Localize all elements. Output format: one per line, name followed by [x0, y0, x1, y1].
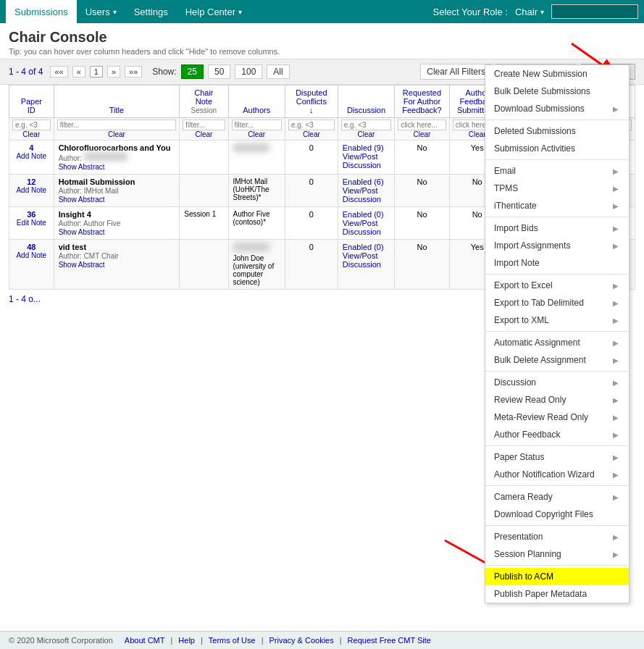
menu-camera-ready[interactable]: Camera Ready ▶	[485, 488, 629, 506]
menu-download-copyright[interactable]: Download Copyright Files	[485, 506, 629, 523]
filter-clear-authors[interactable]: Clear	[232, 130, 282, 138]
menu-paper-status[interactable]: Paper Status ▶	[485, 448, 629, 466]
filter-input-disputed[interactable]	[288, 120, 335, 130]
show-100[interactable]: 100	[235, 64, 262, 79]
filter-input-discussion[interactable]	[341, 120, 391, 130]
row3-edit-note[interactable]: Edit Note	[14, 219, 49, 227]
footer-privacy-cookies[interactable]: Privacy & Cookies	[269, 636, 333, 645]
pager-first[interactable]: ««	[50, 66, 67, 78]
filter-clear-requested[interactable]: Clear	[398, 130, 446, 138]
nav-chair[interactable]: Chair ▾	[511, 0, 548, 23]
row1-paper-id[interactable]: 4	[29, 143, 33, 152]
menu-export-tab[interactable]: Export to Tab Delimited ▶	[485, 294, 629, 311]
filter-input-title[interactable]	[57, 120, 177, 130]
filter-title[interactable]: Clear	[54, 118, 180, 141]
filter-clear-disputed[interactable]: Clear	[288, 130, 335, 138]
filter-clear-title[interactable]: Clear	[57, 130, 177, 138]
show-50[interactable]: 50	[208, 64, 230, 79]
col-header-discussion[interactable]: Discussion	[338, 85, 394, 118]
row2-paper-id[interactable]: 12	[27, 177, 35, 186]
pager-next[interactable]: »	[107, 66, 120, 78]
col-header-requested-feedback[interactable]: RequestedFor AuthorFeedback?	[395, 85, 450, 118]
footer-terms-of-use[interactable]: Terms of Use	[209, 636, 256, 645]
filter-input-chair-note[interactable]	[183, 120, 225, 130]
filter-paper-id[interactable]: Clear	[9, 118, 54, 141]
menu-tpms[interactable]: TPMS ▶	[485, 180, 629, 197]
filter-disputed[interactable]: Clear	[285, 118, 338, 141]
footer-about-cmt[interactable]: About CMT	[125, 636, 165, 645]
menu-submission-activities[interactable]: Submission Activities	[485, 140, 629, 157]
row2-show-abstract[interactable]: Show Abstract	[59, 196, 105, 204]
row1-disputed: 0	[285, 141, 338, 175]
menu-review-read-only[interactable]: Review Read Only ▶	[485, 391, 629, 409]
menu-download-submissions[interactable]: Download Submissions ▶	[485, 100, 629, 117]
menu-bulk-delete-submissions[interactable]: Bulk Delete Submissions	[485, 83, 629, 100]
filter-discussion[interactable]: Clear	[338, 118, 394, 141]
col-header-disputed[interactable]: DisputedConflicts↓	[285, 85, 338, 118]
row2-add-note[interactable]: Add Note	[14, 186, 49, 194]
menu-import-bids[interactable]: Import Bids ▶	[485, 219, 629, 237]
menu-import-note[interactable]: Import Note	[485, 254, 629, 272]
col-header-paper-id[interactable]: PaperID	[9, 85, 54, 118]
show-25[interactable]: 25	[181, 64, 204, 79]
menu-presentation[interactable]: Presentation ▶	[485, 528, 629, 545]
filter-requested[interactable]: Clear	[395, 118, 450, 141]
row1-show-abstract[interactable]: Show Abstract	[59, 163, 105, 171]
filter-clear-discussion[interactable]: Clear	[341, 130, 391, 138]
filter-input-authors[interactable]	[232, 120, 282, 130]
pager-page-1[interactable]: 1	[90, 66, 103, 78]
row2-discussion-link[interactable]: Enabled (6)View/Post Discussion	[343, 177, 384, 204]
menu-meta-review-read-only[interactable]: Meta-Review Read Only ▶	[485, 409, 629, 426]
nav-settings[interactable]: Settings	[125, 0, 177, 23]
divider-6	[485, 371, 629, 372]
row4-paper-id[interactable]: 48	[27, 243, 35, 251]
menu-export-xml[interactable]: Export to XML ▶	[485, 311, 629, 329]
menu-bulk-delete-assign-arrow: ▶	[613, 356, 619, 364]
row3-paper-id[interactable]: 36	[27, 210, 35, 219]
menu-author-feedback[interactable]: Author Feedback ▶	[485, 426, 629, 443]
filter-chair-note[interactable]: Clear	[180, 118, 228, 141]
row3-discussion-link[interactable]: Enabled (0)View/Post Discussion	[343, 210, 384, 236]
nav-users[interactable]: Users ▾	[77, 0, 125, 23]
clear-all-filters-button[interactable]: Clear All Filters	[420, 64, 492, 80]
row4-add-note[interactable]: Add Note	[14, 251, 49, 259]
menu-bulk-delete-assignment[interactable]: Bulk Delete Assignment ▶	[485, 351, 629, 369]
menu-import-assignments[interactable]: Import Assignments ▶	[485, 237, 629, 254]
nav-submissions[interactable]: Submissions	[6, 0, 77, 23]
filter-input-requested[interactable]	[398, 120, 446, 130]
row1-discussion-link[interactable]: Enabled (9)View/Post Discussion	[343, 143, 384, 169]
menu-email[interactable]: Email ▶	[485, 162, 629, 180]
menu-publish-to-acm[interactable]: Publish to ACM	[485, 568, 629, 585]
footer-help[interactable]: Help	[178, 636, 195, 645]
nav-help-center[interactable]: Help Center ▾	[177, 0, 251, 23]
col-header-title[interactable]: Title	[54, 85, 180, 118]
row4-chair-note	[180, 240, 228, 290]
menu-create-new-submission[interactable]: Create New Submission	[485, 65, 629, 83]
menu-tpms-arrow: ▶	[613, 185, 619, 193]
filter-clear-chair-note[interactable]: Clear	[183, 130, 225, 138]
menu-session-planning[interactable]: Session Planning ▶	[485, 545, 629, 563]
filter-clear-paper-id[interactable]: Clear	[12, 130, 51, 138]
show-all[interactable]: All	[267, 64, 289, 79]
col-header-authors[interactable]: Authors	[228, 85, 285, 118]
menu-deleted-submissions[interactable]: Deleted Submissions	[485, 122, 629, 140]
col-header-chair-note[interactable]: ChairNoteSession	[180, 85, 228, 118]
filter-input-paper-id[interactable]	[12, 120, 51, 130]
menu-discussion[interactable]: Discussion ▶	[485, 374, 629, 391]
menu-ithenticate[interactable]: iThenticate ▶	[485, 197, 629, 214]
menu-automatic-assignment[interactable]: Automatic Assignment ▶	[485, 334, 629, 351]
page-title: Chair Console	[9, 29, 635, 46]
row3-show-abstract[interactable]: Show Abstract	[59, 228, 105, 236]
pager-last[interactable]: »»	[125, 66, 142, 78]
footer-request-free-cmt[interactable]: Request Free CMT Site	[348, 636, 431, 645]
pager-prev[interactable]: «	[72, 66, 85, 78]
menu-publish-paper-metadata[interactable]: Publish Paper Metadata	[485, 585, 629, 603]
row4-discussion-link[interactable]: Enabled (0)View/Post Discussion	[343, 243, 384, 269]
row1-discussion: Enabled (9)View/Post Discussion	[338, 141, 394, 175]
menu-export-excel[interactable]: Export to Excel ▶	[485, 277, 629, 294]
row1-add-note[interactable]: Add Note	[14, 152, 49, 160]
search-input[interactable]	[551, 4, 638, 19]
row4-show-abstract[interactable]: Show Abstract	[59, 261, 105, 269]
menu-author-notification-wizard[interactable]: Author Notification Wizard ▶	[485, 466, 629, 483]
filter-authors[interactable]: Clear	[228, 118, 285, 141]
